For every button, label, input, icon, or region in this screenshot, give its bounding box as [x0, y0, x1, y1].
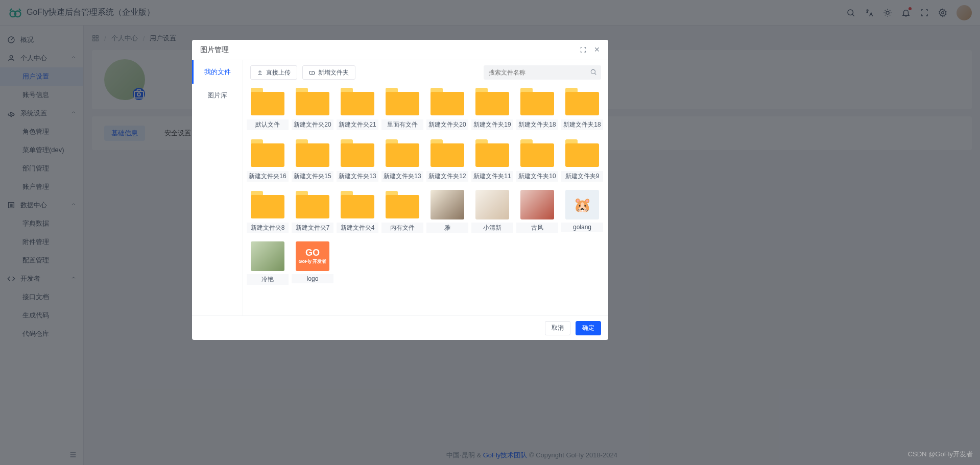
folder-item[interactable]: 新建文件夹18 — [565, 87, 600, 130]
folder-item[interactable]: 默认文件 — [250, 87, 285, 130]
image-item[interactable]: 冷艳 — [250, 241, 285, 285]
watermark: CSDN @GoFly开发者 — [908, 450, 973, 459]
folder-item[interactable]: 新建文件夹16 — [250, 138, 285, 182]
folder-item[interactable]: 内有文件 — [385, 190, 420, 233]
item-label: golang — [561, 223, 603, 232]
item-label: 新建文件夹20 — [292, 119, 333, 130]
item-label: 新建文件夹13 — [381, 171, 423, 182]
item-label: 新建文件夹15 — [292, 171, 333, 182]
image-thumbnail — [251, 241, 284, 271]
modal-title: 图片管理 — [200, 45, 229, 55]
item-label: 新建文件夹21 — [337, 119, 378, 130]
folder-item[interactable]: 新建文件夹20 — [430, 87, 465, 130]
folder-icon — [386, 88, 419, 115]
image-thumbnail — [475, 190, 509, 219]
folder-item[interactable]: 新建文件夹10 — [520, 138, 555, 182]
item-label: 新建文件夹20 — [426, 119, 468, 130]
folder-item[interactable]: 新建文件夹4 — [340, 190, 375, 233]
folder-item[interactable]: 新建文件夹12 — [430, 138, 465, 182]
folder-icon — [520, 88, 554, 115]
new-folder-button[interactable]: 新增文件夹 — [302, 65, 355, 80]
add-folder-icon — [309, 69, 315, 76]
item-label: 新建文件夹16 — [247, 171, 289, 182]
folder-icon — [386, 139, 419, 167]
upload-label: 直接上传 — [266, 68, 291, 77]
item-label: 冷艳 — [247, 274, 289, 285]
folder-item[interactable]: 新建文件夹13 — [340, 138, 375, 182]
folder-item[interactable]: 新建文件夹20 — [295, 87, 330, 130]
folder-item[interactable]: 新建文件夹8 — [250, 190, 285, 233]
folder-icon — [565, 88, 599, 115]
item-label: 默认文件 — [247, 119, 289, 130]
folder-icon — [386, 191, 419, 218]
folder-icon — [431, 88, 464, 115]
item-label: 新建文件夹13 — [337, 171, 378, 182]
folder-icon — [251, 191, 284, 218]
side-tab-gallery[interactable]: 图片库 — [192, 84, 243, 107]
image-manager-modal: 图片管理 ✕ 我的文件 图片库 直接上传 新增文件夹 — [192, 40, 608, 340]
folder-item[interactable]: 新建文件夹11 — [475, 138, 510, 182]
side-tab-my-files[interactable]: 我的文件 — [192, 60, 243, 84]
folder-icon — [341, 139, 374, 167]
item-label: 雅 — [426, 223, 468, 233]
image-thumbnail — [431, 190, 464, 219]
image-thumbnail — [520, 190, 554, 219]
modal-side-tabs: 我的文件 图片库 — [192, 60, 243, 315]
modal-close-icon[interactable]: ✕ — [594, 45, 600, 54]
upload-button[interactable]: 直接上传 — [250, 65, 297, 80]
folder-icon — [296, 139, 329, 167]
search-input[interactable] — [484, 65, 601, 80]
item-label: 新建文件夹12 — [426, 171, 468, 182]
modal-fullscreen-icon[interactable] — [580, 45, 587, 54]
search-wrap — [484, 65, 601, 80]
item-label: 内有文件 — [381, 223, 423, 233]
folder-item[interactable]: 新建文件夹9 — [565, 138, 600, 182]
folder-item[interactable]: 新建文件夹15 — [295, 138, 330, 182]
folder-item[interactable]: 新建文件夹19 — [475, 87, 510, 130]
item-label: 新建文件夹4 — [337, 223, 378, 233]
item-label: 新建文件夹18 — [516, 119, 558, 130]
item-label: 新建文件夹7 — [292, 223, 333, 233]
folder-icon — [565, 139, 599, 167]
gallery-toolbar: 直接上传 新增文件夹 — [250, 65, 601, 80]
folder-item[interactable]: 新建文件夹13 — [385, 138, 420, 182]
file-grid: 默认文件新建文件夹20新建文件夹21里面有文件新建文件夹20新建文件夹19新建文… — [250, 87, 601, 285]
folder-icon — [341, 88, 374, 115]
image-thumbnail: GOGoFly 开发者 — [296, 241, 329, 271]
item-label: 新建文件夹11 — [471, 171, 513, 182]
item-label: 新建文件夹8 — [247, 223, 289, 233]
cancel-button[interactable]: 取消 — [545, 321, 570, 335]
folder-icon — [475, 139, 509, 167]
folder-icon — [296, 191, 329, 218]
search-icon[interactable] — [590, 68, 597, 77]
item-label: 新建文件夹18 — [561, 119, 603, 130]
new-folder-label: 新增文件夹 — [318, 68, 349, 77]
folder-icon — [431, 139, 464, 167]
upload-icon — [257, 69, 263, 76]
image-item[interactable]: 古风 — [520, 190, 555, 233]
folder-icon — [296, 88, 329, 115]
item-label: 新建文件夹19 — [471, 119, 513, 130]
image-item[interactable]: 🐹golang — [565, 190, 600, 233]
item-label: 小清新 — [471, 223, 513, 233]
item-label: 里面有文件 — [381, 119, 423, 130]
item-label: logo — [292, 274, 333, 283]
confirm-button[interactable]: 确定 — [576, 321, 601, 335]
gallery-area: 直接上传 新增文件夹 默认文件新建文件夹20新建文件夹21里面有文件新建文件夹2… — [243, 60, 608, 315]
svg-point-15 — [591, 69, 595, 74]
image-item[interactable]: GOGoFly 开发者logo — [295, 241, 330, 285]
folder-item[interactable]: 里面有文件 — [385, 87, 420, 130]
folder-icon — [520, 139, 554, 167]
folder-icon — [251, 88, 284, 115]
folder-item[interactable]: 新建文件夹21 — [340, 87, 375, 130]
item-label: 新建文件夹9 — [561, 171, 603, 182]
item-label: 新建文件夹10 — [516, 171, 558, 182]
folder-item[interactable]: 新建文件夹18 — [520, 87, 555, 130]
modal-header: 图片管理 ✕ — [192, 40, 608, 60]
modal-footer: 取消 确定 — [192, 315, 608, 340]
image-item[interactable]: 小清新 — [475, 190, 510, 233]
folder-item[interactable]: 新建文件夹7 — [295, 190, 330, 233]
folder-icon — [251, 139, 284, 167]
folder-icon — [341, 191, 374, 218]
image-item[interactable]: 雅 — [430, 190, 465, 233]
